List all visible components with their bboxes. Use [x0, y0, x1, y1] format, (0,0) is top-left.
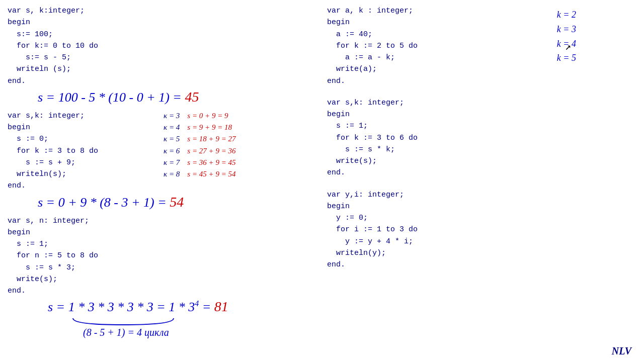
block2-section: var s,k: integer; begin s := 0; for k :=…	[8, 110, 317, 192]
formula-3: s = 1 * 3 * 3 * 3 * 3 = 1 * 34 = 81	[48, 299, 317, 315]
formula-1: s = 100 - 5 * (10 - 0 + 1) = 45	[38, 89, 317, 105]
formula-2: s = 0 + 9 * (8 - 3 + 1) = 54	[38, 194, 317, 210]
right-panel: var a, k : integer; begin a := 40; for k…	[322, 5, 636, 357]
k-values: k = 2 k = 3 k = 4 k = 5	[557, 8, 576, 65]
right-block1-section: var a, k : integer; begin a := 40; for k…	[327, 5, 636, 87]
cursor-icon: ↗	[565, 40, 571, 53]
right-code-block-2: var s,k: integer; begin s := 1; for k :=…	[327, 97, 636, 179]
code-block-2: var s,k: integer; begin s := 0; for k :=…	[8, 110, 317, 192]
step-row-6-k: κ = 8 s = 45 + 9 = 54	[164, 168, 236, 180]
brace-svg	[68, 316, 179, 327]
step-row-4-k: κ = 6 s = 27 + 9 = 36	[164, 145, 236, 157]
main-container: var s, k:integer; begin s:= 100; for k:=…	[0, 0, 644, 362]
step-row-5-k: κ = 7 s = 36 + 9 = 45	[164, 157, 236, 168]
step-row-1-k: κ = 3 s = 0 + 9 = 9	[164, 110, 236, 122]
code-block-3: var s, n: integer; begin s := 1; for n :…	[8, 215, 317, 297]
brace-section: (8 - 5 + 1) = 4 цикла	[68, 316, 317, 338]
left-panel: var s, k:integer; begin s:= 100; for k:=…	[8, 5, 322, 357]
step-row-2-k: κ = 4 s = 9 + 9 = 18	[164, 122, 236, 133]
right-code-block-1: var a, k : integer; begin a := 40; for k…	[327, 5, 636, 87]
step-table: κ = 3 s = 0 + 9 = 9 κ = 4 s = 9 + 9 = 18…	[164, 110, 236, 180]
nlv-watermark: NLV	[612, 345, 631, 357]
step-row-3-k: κ = 5 s = 18 + 9 = 27	[164, 133, 236, 145]
code-block-1: var s, k:integer; begin s:= 100; for k:=…	[8, 5, 317, 87]
right-code-block-3: var y,i: integer; begin y := 0; for i :=…	[327, 189, 636, 271]
